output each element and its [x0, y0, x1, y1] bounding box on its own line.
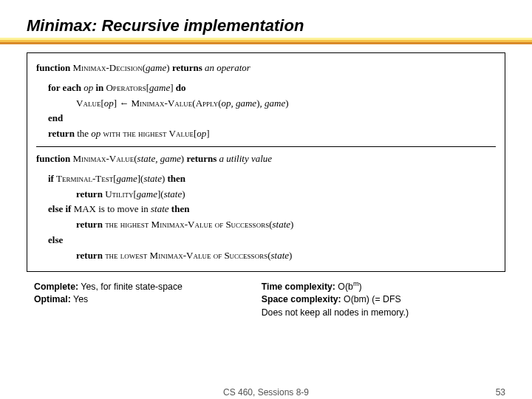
- time-value-a: O(b: [335, 282, 353, 292]
- optimal-label: Optimal:: [34, 294, 71, 304]
- kw-then: then: [168, 173, 186, 184]
- fn-utility: Utility: [103, 188, 134, 200]
- kw-foreach: for each: [48, 82, 81, 93]
- txt-highest-value: with the highest Value[: [100, 128, 197, 139]
- paren-close5: ): [182, 188, 185, 200]
- var-state2: state: [164, 188, 183, 200]
- algo-line-11: else: [36, 233, 496, 248]
- fn-operators: Operators: [103, 82, 146, 93]
- svg-rect-1: [0, 40, 532, 42]
- time-line: Time complexity: O(bm): [262, 281, 498, 294]
- bracket-close: ]: [170, 82, 176, 93]
- space-value: O(bm) (= DFS: [341, 294, 401, 304]
- fn-mv-apply: ] ← Minimax-Value(Apply(: [114, 98, 222, 109]
- page-number: 53: [496, 387, 505, 398]
- var-game3: game: [117, 173, 137, 184]
- note-line: Does not keep all nodes in memory.): [262, 307, 498, 320]
- divider-line: [36, 146, 496, 147]
- ret-utility: a utility value: [216, 153, 272, 164]
- algo-line-6: function Minimax-Value(state, game) retu…: [36, 151, 496, 167]
- algo-line-12: return the lowest Minimax-Value of Succe…: [36, 248, 496, 264]
- params-state-game: state, game: [137, 153, 181, 164]
- kw-elseif: else if: [48, 203, 71, 214]
- algo-line-8: return Utility[game](state): [36, 187, 496, 202]
- var-state: state: [143, 173, 162, 184]
- complete-line: Complete: Yes, for finite state-space: [34, 281, 262, 294]
- complexity-summary: Complete: Yes, for finite state-space Op…: [27, 281, 505, 320]
- var-op: op: [81, 82, 96, 93]
- algo-line-10: return the highest Minimax-Value of Succ…: [36, 217, 496, 233]
- svg-rect-0: [0, 38, 532, 40]
- kw-return2: return: [76, 188, 103, 200]
- kw-in: in: [95, 82, 103, 93]
- algo-line-9: else if MAX is to move in state then: [36, 202, 496, 217]
- algorithm-box: function Minimax-Decision(game) returns …: [27, 52, 505, 272]
- kw-return3: return: [76, 219, 103, 230]
- var-game: game: [149, 82, 170, 93]
- kw-returns: returns: [172, 62, 202, 73]
- kw-returns2: returns: [186, 153, 216, 164]
- args-opgame: op, game: [221, 98, 256, 109]
- space-label: Space complexity:: [262, 294, 341, 304]
- var-op2: op: [104, 98, 114, 109]
- var-op4: op: [197, 128, 206, 139]
- fn-value: Value: [76, 98, 100, 109]
- algo-line-7: if Terminal-Test[game](state) then: [36, 171, 496, 187]
- algo-line-1: function Minimax-Decision(game) returns …: [36, 61, 496, 76]
- br-close: ]: [206, 128, 209, 139]
- paren-close2: ): [285, 98, 288, 109]
- var-game4: game: [137, 188, 157, 200]
- var-game2: game: [265, 98, 285, 109]
- title-underline: [0, 38, 532, 45]
- kw-end: end: [48, 112, 63, 123]
- brp2: ](: [157, 188, 164, 200]
- kw-do: do: [176, 82, 186, 93]
- svg-rect-2: [0, 42, 532, 44]
- kw-then2: then: [171, 203, 190, 214]
- kw-function2: function: [36, 153, 70, 164]
- paren-close4: ): [162, 173, 168, 184]
- slide-title: Minimax: Recursive implementation: [27, 16, 505, 35]
- param-game: game: [146, 62, 166, 73]
- comma: ),: [256, 98, 265, 109]
- paren-close6: ): [290, 219, 293, 230]
- var-op3: op: [91, 128, 100, 139]
- kw-if: if: [48, 173, 54, 184]
- txt-max-move: MAX is to move in: [71, 203, 151, 214]
- kw-return: return: [48, 128, 75, 139]
- var-state4: state: [272, 219, 290, 230]
- complete-label: Complete:: [34, 282, 78, 292]
- paren-close: ): [166, 62, 172, 73]
- ret-operator: an operator: [202, 62, 250, 73]
- time-label: Time complexity:: [262, 282, 335, 292]
- txt-highest-mv-succ: the highest Minimax-Value of Successors(: [103, 219, 273, 230]
- fn-terminal-test: Terminal-Test: [54, 173, 113, 184]
- algo-line-3: Value[op] ← Minimax-Value(Apply(op, game…: [36, 96, 496, 112]
- kw-else: else: [48, 234, 63, 245]
- time-value-c: ): [359, 282, 362, 292]
- complete-value: Yes, for finite state-space: [78, 282, 183, 292]
- var-state5: state: [270, 250, 289, 261]
- paren-close7: ): [289, 250, 292, 261]
- fn-minimax-value: Minimax-Value: [70, 153, 134, 164]
- optimal-line: Optimal: Yes: [34, 293, 262, 307]
- kw-return4: return: [76, 250, 103, 261]
- footer-center-text: CS 460, Sessions 8-9: [223, 387, 309, 398]
- kw-function: function: [36, 62, 70, 73]
- time-value-exponent: m: [353, 279, 359, 287]
- optimal-value: Yes: [71, 294, 88, 304]
- space-line: Space complexity: O(bm) (= DFS: [262, 293, 498, 307]
- fn-minimax-decision: Minimax-Decision: [72, 62, 142, 73]
- var-state3: state: [151, 203, 169, 214]
- algo-line-4: end: [36, 111, 496, 126]
- txt-the: the: [75, 128, 91, 139]
- txt-lowest-mv-succ: the lowest Minimax-Value of Successors(: [103, 250, 271, 261]
- algo-line-5: return the op with the highest Value[op]: [36, 126, 496, 142]
- algo-line-2: for each op in Operators[game] do: [36, 81, 496, 96]
